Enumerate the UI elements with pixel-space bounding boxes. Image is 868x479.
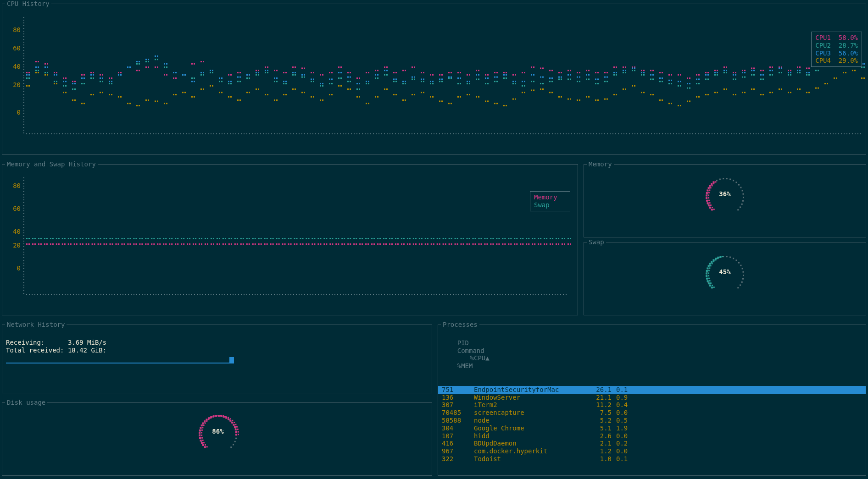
proc-header-mem[interactable]: %MEM — [457, 362, 485, 370]
proc-cpu: 5.1 — [579, 424, 616, 432]
proc-cpu: 1.0 — [579, 455, 616, 463]
proc-pid: 751 — [442, 386, 474, 394]
processes-header: PID Command %CPU▲ %MEM — [442, 331, 862, 378]
swap-gauge-value: 45% — [693, 268, 757, 276]
proc-mem: 0.1 — [616, 455, 644, 463]
disk-gauge-value: 86% — [186, 428, 250, 435]
cpu-legend-value: 29.0% — [839, 57, 858, 64]
proc-mem: 0.4 — [616, 401, 644, 409]
proc-header-cpu[interactable]: %CPU▲ — [457, 354, 494, 362]
table-row[interactable]: 751EndpointSecurityforMac26.10.1 — [438, 386, 866, 394]
mem-legend-name: Swap — [534, 201, 550, 209]
cpu-ytick: 20 — [7, 81, 21, 89]
proc-mem: 0.9 — [616, 394, 644, 402]
proc-pid: 70485 — [442, 409, 474, 417]
proc-cpu: 11.2 — [579, 401, 616, 409]
table-row[interactable]: 307iTerm211.20.4 — [442, 401, 862, 409]
proc-mem: 0.0 — [616, 447, 644, 455]
network-receiving-row: Receiving: 3.69 MiB/s — [6, 339, 428, 347]
memory-panel-title: Memory — [587, 160, 614, 168]
network-total-label: Total received: — [6, 347, 64, 354]
proc-cpu: 2.6 — [579, 432, 616, 440]
proc-command: WindowServer — [474, 394, 579, 402]
cpu-legend: CPU1 58.0% CPU2 28.7% CPU3 56.0% CPU4 29… — [811, 32, 862, 67]
proc-pid: 967 — [442, 447, 474, 455]
cpu-legend-value: 58.0% — [839, 34, 858, 41]
cpu-legend-name: CPU1 — [815, 34, 831, 41]
disk-usage-panel: Disk usage 86% — [2, 402, 432, 476]
processes-panel: Processes PID Command %CPU▲ %MEM 751Endp… — [438, 325, 866, 476]
proc-command: screencapture — [474, 409, 579, 417]
proc-header-pid[interactable]: PID — [457, 339, 490, 347]
proc-cpu: 2.1 — [579, 440, 616, 447]
proc-pid: 107 — [442, 432, 474, 440]
swap-panel-title: Swap — [587, 238, 606, 246]
swap-panel: Swap 45% — [584, 242, 866, 315]
cpu-legend-value: 56.0% — [839, 50, 858, 57]
processes-table-body: 751EndpointSecurityforMac26.10.1136Windo… — [442, 386, 862, 463]
proc-cpu: 21.1 — [579, 394, 616, 402]
proc-mem: 0.5 — [616, 417, 644, 424]
proc-mem: 0.1 — [616, 386, 644, 394]
proc-pid: 416 — [442, 440, 474, 447]
table-row[interactable]: 322Todoist1.00.1 — [442, 455, 862, 463]
proc-command: com.docker.hyperkit — [474, 447, 579, 455]
mem-swap-history-panel: Memory and Swap History 80 60 40 20 0 Me… — [2, 164, 578, 315]
cpu-legend-name: CPU2 — [815, 42, 831, 49]
proc-mem: 0.0 — [616, 409, 644, 417]
proc-cpu: 7.5 — [579, 409, 616, 417]
cpu-legend-value: 28.7% — [839, 42, 858, 49]
proc-command: hidd — [474, 432, 579, 440]
cpu-legend-name: CPU4 — [815, 57, 831, 64]
cpu-history-chart — [22, 12, 866, 141]
mem-ytick: 20 — [7, 242, 21, 249]
proc-pid: 304 — [442, 424, 474, 432]
cpu-ytick: 80 — [7, 26, 21, 34]
mem-ytick: 60 — [7, 205, 21, 213]
memory-gauge-value: 36% — [693, 190, 757, 198]
proc-command: node — [474, 417, 579, 424]
cpu-ytick: 0 — [7, 109, 21, 116]
mem-legend-name: Memory — [534, 193, 557, 201]
table-row[interactable]: 58588node5.20.5 — [442, 417, 862, 424]
cpu-legend-name: CPU3 — [815, 50, 831, 57]
mem-ytick: 80 — [7, 182, 21, 190]
mem-ytick: 0 — [7, 264, 21, 272]
proc-command: BDUpdDaemon — [474, 440, 579, 447]
table-row[interactable]: 967com.docker.hyperkit1.20.0 — [442, 447, 862, 455]
cpu-ytick: 40 — [7, 63, 21, 71]
proc-command: Google Chrome — [474, 424, 579, 432]
memory-panel: Memory 36% — [584, 164, 866, 237]
proc-command: EndpointSecurityforMac — [474, 386, 579, 394]
network-bar — [6, 357, 323, 363]
mem-legend: Memory Swap — [530, 191, 570, 211]
table-row[interactable]: 70485screencapture7.50.0 — [442, 409, 862, 417]
proc-mem: 1.9 — [616, 424, 644, 432]
proc-mem: 0.0 — [616, 432, 644, 440]
proc-header-command[interactable]: Command — [457, 347, 563, 355]
network-receiving-value: 3.69 MiB/s — [68, 339, 106, 346]
table-row[interactable]: 107hidd2.60.0 — [442, 432, 862, 440]
network-history-title: Network History — [5, 321, 67, 329]
proc-mem: 0.2 — [616, 440, 644, 447]
mem-swap-history-title: Memory and Swap History — [5, 160, 98, 168]
processes-title: Processes — [441, 321, 479, 329]
network-total-row: Total received: 18.42 GiB: — [6, 347, 428, 354]
table-row[interactable]: 136WindowServer21.10.9 — [442, 394, 862, 402]
table-row[interactable]: 304Google Chrome5.11.9 — [442, 424, 862, 432]
mem-ytick: 40 — [7, 228, 21, 236]
network-total-value: 18.42 GiB: — [68, 347, 106, 354]
cpu-history-panel: CPU History 80 60 40 20 0 CPU1 58.0% CPU… — [2, 4, 866, 155]
network-receiving-label: Receiving: — [6, 339, 45, 346]
cpu-ytick: 60 — [7, 44, 21, 52]
table-row[interactable]: 416BDUpdDaemon2.10.2 — [442, 440, 862, 447]
network-history-panel: Network History Receiving: 3.69 MiB/s To… — [2, 325, 432, 393]
proc-cpu: 5.2 — [579, 417, 616, 424]
mem-swap-history-chart — [22, 173, 572, 301]
proc-pid: 322 — [442, 455, 474, 463]
proc-cpu: 1.2 — [579, 447, 616, 455]
cpu-history-title: CPU History — [5, 0, 51, 8]
proc-pid: 307 — [442, 401, 474, 409]
disk-usage-title: Disk usage — [5, 399, 47, 407]
proc-pid: 58588 — [442, 417, 474, 424]
